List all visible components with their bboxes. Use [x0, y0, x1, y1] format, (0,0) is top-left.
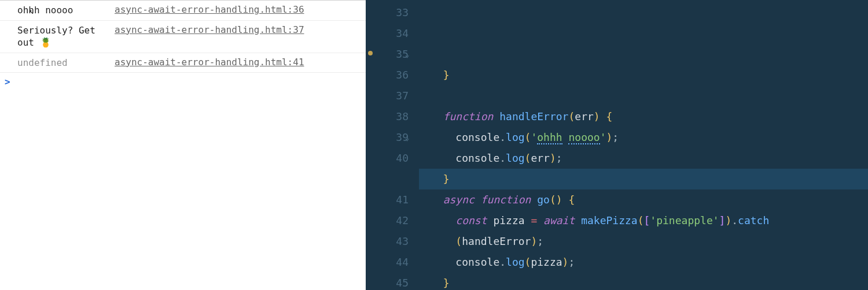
- code-token: ;: [556, 152, 562, 164]
- code-token: ): [550, 152, 556, 164]
- code-token: (: [455, 235, 462, 247]
- code-token: (: [568, 110, 575, 122]
- code-token: ;: [612, 131, 619, 143]
- line-number[interactable]: 35⌄: [376, 44, 409, 65]
- console-message: Seriously? Get out 🍍: [17, 24, 110, 49]
- line-number[interactable]: 44: [376, 252, 409, 273]
- modified-indicator-icon: [368, 51, 373, 55]
- code-token: [562, 131, 569, 143]
- code-token: (: [525, 152, 531, 164]
- code-token: .: [499, 131, 506, 143]
- code-token: console: [455, 256, 499, 268]
- code-line[interactable]: const pizza = await makePizza(['pineappl…: [419, 210, 868, 231]
- console-source-link[interactable]: async-await-error-handling.html:36: [115, 4, 304, 15]
- code-token: handleError: [499, 110, 568, 122]
- code-token: ): [562, 256, 569, 268]
- code-token: const: [455, 214, 493, 226]
- code-token: ): [594, 110, 606, 122]
- code-token: (: [525, 131, 531, 143]
- code-token: go: [537, 194, 550, 206]
- line-number[interactable]: 45: [376, 273, 409, 290]
- editor-left-pad: [366, 0, 376, 290]
- code-line[interactable]: console.log('ohhh noooo');: [419, 127, 868, 148]
- code-token: ]: [719, 214, 726, 226]
- code-token: 'pineapple': [650, 214, 719, 226]
- code-token: ;: [537, 235, 543, 247]
- code-token: catch: [738, 214, 769, 226]
- fold-chevron-icon[interactable]: ⌄: [405, 127, 410, 148]
- code-token: pizza: [493, 214, 524, 226]
- editor-gutter[interactable]: 333435⌄36373839⌄404142434445: [376, 0, 419, 290]
- devtools-console[interactable]: ↖ ohhh noooo async-await-error-handling.…: [0, 0, 366, 290]
- code-line[interactable]: }: [419, 273, 868, 290]
- line-number[interactable]: 43: [376, 231, 409, 252]
- code-token: (: [638, 214, 644, 226]
- code-token: .: [499, 256, 506, 268]
- code-line[interactable]: async function go() {: [419, 189, 868, 210]
- line-number[interactable]: 39⌄: [376, 127, 409, 148]
- console-log-row: undefined async-await-error-handling.htm…: [0, 53, 366, 73]
- editor-code-area[interactable]: } function handleError(err) { console.lo…: [419, 0, 868, 290]
- console-source-link[interactable]: async-await-error-handling.html:37: [115, 24, 304, 35]
- prompt-chevron-icon: >: [5, 76, 10, 87]
- code-line[interactable]: console.log(pizza);: [419, 252, 868, 273]
- code-token: noooo: [568, 131, 599, 143]
- code-token: ;: [568, 256, 575, 268]
- code-token: err: [575, 110, 594, 122]
- console-source-link[interactable]: async-await-error-handling.html:41: [115, 57, 304, 68]
- line-number[interactable]: 37: [376, 85, 409, 106]
- code-token: log: [506, 256, 525, 268]
- line-number[interactable]: 33: [376, 2, 409, 23]
- code-token: await: [543, 214, 581, 226]
- code-token: ': [600, 131, 606, 143]
- code-token: }: [443, 173, 450, 185]
- code-token: {: [606, 110, 613, 122]
- code-token: log: [506, 131, 525, 143]
- code-token: ): [556, 194, 569, 206]
- code-token: function: [443, 110, 500, 122]
- code-token: async: [443, 194, 481, 206]
- code-token: log: [506, 152, 525, 164]
- code-line[interactable]: }: [419, 169, 868, 189]
- code-line[interactable]: }: [419, 65, 868, 85]
- code-token: makePizza: [581, 214, 638, 226]
- code-token: {: [568, 194, 575, 206]
- fold-chevron-icon[interactable]: ⌄: [405, 44, 410, 65]
- code-token: console: [455, 131, 499, 143]
- code-token: err: [531, 152, 550, 164]
- code-token: ): [531, 235, 537, 247]
- code-token: ): [606, 131, 613, 143]
- code-token: [: [644, 214, 650, 226]
- code-token: function: [481, 194, 538, 206]
- console-log-row: Seriously? Get out 🍍 async-await-error-h…: [0, 21, 366, 53]
- line-number[interactable]: [376, 169, 409, 189]
- code-token: ): [725, 214, 731, 226]
- code-line[interactable]: (handleError);: [419, 231, 868, 252]
- console-message-undefined: undefined: [17, 57, 110, 69]
- code-token: }: [443, 277, 450, 289]
- console-message: ohhh noooo: [17, 4, 110, 17]
- code-token: ': [531, 131, 537, 143]
- code-token: (: [525, 256, 531, 268]
- line-number[interactable]: 40: [376, 148, 409, 169]
- console-prompt[interactable]: >: [0, 73, 366, 91]
- code-token: pizza: [531, 256, 562, 268]
- code-token: handleError: [462, 235, 531, 247]
- code-token: ohhh: [537, 131, 562, 143]
- line-number[interactable]: 38: [376, 106, 409, 127]
- console-log-row: ↖ ohhh noooo async-await-error-handling.…: [0, 1, 366, 21]
- code-line[interactable]: console.log(err);: [419, 148, 868, 169]
- line-number[interactable]: 34: [376, 23, 409, 44]
- code-token: .: [499, 152, 506, 164]
- line-number[interactable]: 42: [376, 210, 409, 231]
- code-editor[interactable]: 333435⌄36373839⌄404142434445 } function …: [366, 0, 868, 290]
- code-token: console: [455, 152, 499, 164]
- code-token: (: [550, 194, 556, 206]
- line-number[interactable]: 41: [376, 189, 409, 210]
- code-token: }: [443, 69, 450, 81]
- code-line[interactable]: function handleError(err) {: [419, 106, 868, 127]
- code-token: .: [731, 214, 738, 226]
- code-line[interactable]: [419, 85, 868, 106]
- line-number[interactable]: 36: [376, 65, 409, 85]
- code-token: =: [525, 214, 544, 226]
